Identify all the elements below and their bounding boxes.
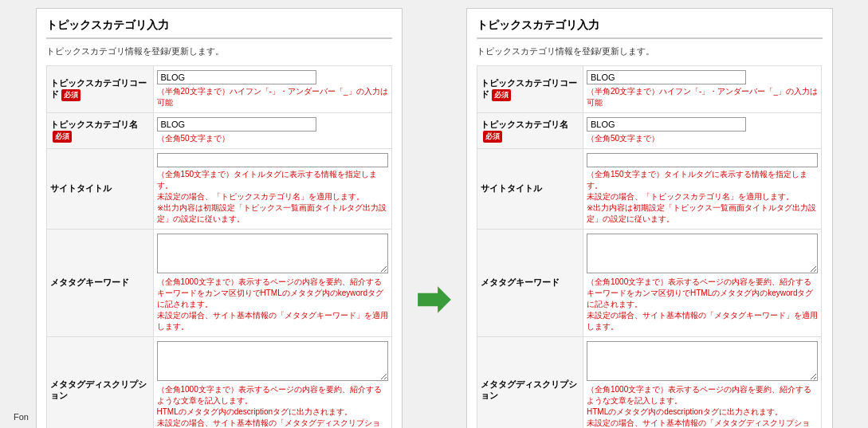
field-label-code: トピックスカテゴリコード必須	[46, 66, 153, 113]
arrow-icon	[414, 280, 454, 320]
field-label-meta-keyword-r: メタタグキーワード	[477, 230, 583, 337]
field-label-name-r: トピックスカテゴリ名必須	[477, 113, 583, 149]
svg-marker-0	[418, 286, 451, 312]
field-cell-meta-keyword-r: （全角1000文字まで）表示するページの内容を要約、紹介するキーワードをカンマ区…	[583, 230, 822, 337]
table-row: トピックスカテゴリ名必須 （全角50文字まで）	[46, 113, 391, 149]
font-label: Fon	[14, 412, 29, 422]
meta-keyword-hint-r: （全角1000文字まで）表示するページの内容を要約、紹介するキーワードをカンマ区…	[587, 277, 818, 332]
code-hint: （半角20文字まで）ハイフン「-」・アンダーバー「_」の入力は可能	[157, 86, 388, 108]
meta-desc-input-r[interactable]	[587, 341, 818, 381]
site-title-input-r[interactable]	[587, 153, 818, 167]
field-label-code-r: トピックスカテゴリコード必須	[477, 66, 583, 113]
right-panel: トピックスカテゴリ入力 トピックスカテゴリ情報を登録/更新します。 トピックスカ…	[466, 8, 833, 428]
required-badge: 必須	[53, 131, 72, 143]
field-label-meta-desc: メタタグディスクリプション	[46, 337, 153, 429]
field-cell-meta-desc: （全角1000文字まで）表示するページの内容を要約、紹介するような文章を記入しま…	[153, 337, 391, 429]
site-title-input[interactable]	[157, 153, 388, 167]
table-row: サイトタイトル （全角150文字まで）タイトルタグに表示する情報を指定します。未…	[477, 149, 822, 230]
name-hint-r: （全角50文字まで）	[587, 133, 818, 144]
code-input[interactable]	[157, 70, 316, 84]
table-row: トピックスカテゴリ名必須 （全角50文字まで）	[477, 113, 822, 149]
left-panel: トピックスカテゴリ入力 トピックスカテゴリ情報を登録/更新します。 トピックスカ…	[36, 8, 403, 428]
field-label-site-title: サイトタイトル	[46, 149, 153, 230]
code-hint-r: （半角20文字まで）ハイフン「-」・アンダーバー「_」の入力は可能	[587, 86, 818, 108]
site-title-hint-r: （全角150文字まで）タイトルタグに表示する情報を指定します。未設定の場合、「ト…	[587, 169, 818, 225]
table-row: メタタグディスクリプション （全角1000文字まで）表示するページの内容を要約、…	[46, 337, 391, 429]
table-row: メタタグキーワード （全角1000文字まで）表示するページの内容を要約、紹介する…	[46, 230, 391, 337]
meta-desc-input[interactable]	[157, 341, 388, 381]
site-title-hint: （全角150文字まで）タイトルタグに表示する情報を指定します。未設定の場合、「ト…	[157, 169, 388, 225]
meta-keyword-hint: （全角1000文字まで）表示するページの内容を要約、紹介するキーワードをカンマ区…	[157, 277, 388, 332]
name-input-r[interactable]	[587, 117, 746, 132]
required-badge: 必須	[492, 89, 511, 101]
field-cell-site-title: （全角150文字まで）タイトルタグに表示する情報を指定します。未設定の場合、「ト…	[153, 149, 391, 230]
name-input[interactable]	[157, 117, 316, 132]
name-hint: （全角50文字まで）	[157, 133, 388, 144]
table-row: サイトタイトル （全角150文字まで）タイトルタグに表示する情報を指定します。未…	[46, 149, 391, 230]
field-label-meta-keyword: メタタグキーワード	[46, 230, 153, 337]
required-badge: 必須	[61, 89, 81, 101]
meta-desc-hint-r: （全角1000文字まで）表示するページの内容を要約、紹介するような文章を記入しま…	[587, 384, 818, 428]
table-row: メタタグディスクリプション （全角1000文字まで）表示するページの内容を要約、…	[477, 337, 822, 429]
meta-keyword-input[interactable]	[157, 234, 388, 273]
required-badge: 必須	[483, 131, 502, 143]
right-panel-title: トピックスカテゴリ入力	[477, 18, 823, 39]
field-cell-code: （半角20文字まで）ハイフン「-」・アンダーバー「_」の入力は可能	[153, 66, 391, 113]
field-cell-name: （全角50文字まで）	[153, 113, 391, 149]
code-input-r[interactable]	[587, 70, 746, 84]
arrow-container	[410, 280, 458, 320]
field-cell-name-r: （全角50文字まで）	[583, 113, 822, 149]
meta-keyword-input-r[interactable]	[587, 234, 818, 273]
field-cell-meta-desc-r: （全角1000文字まで）表示するページの内容を要約、紹介するような文章を記入しま…	[583, 337, 822, 429]
field-cell-code-r: （半角20文字まで）ハイフン「-」・アンダーバー「_」の入力は可能	[583, 66, 822, 113]
right-form-table: トピックスカテゴリコード必須 （半角20文字まで）ハイフン「-」・アンダーバー「…	[477, 65, 823, 428]
field-cell-site-title-r: （全角150文字まで）タイトルタグに表示する情報を指定します。未設定の場合、「ト…	[583, 149, 822, 230]
field-label-name: トピックスカテゴリ名必須	[46, 113, 153, 149]
right-panel-subtitle: トピックスカテゴリ情報を登録/更新します。	[477, 45, 823, 57]
table-row: トピックスカテゴリコード必須 （半角20文字まで）ハイフン「-」・アンダーバー「…	[46, 66, 391, 113]
field-cell-meta-keyword: （全角1000文字まで）表示するページの内容を要約、紹介するキーワードをカンマ区…	[153, 230, 391, 337]
table-row: メタタグキーワード （全角1000文字まで）表示するページの内容を要約、紹介する…	[477, 230, 822, 337]
table-row: トピックスカテゴリコード必須 （半角20文字まで）ハイフン「-」・アンダーバー「…	[477, 66, 822, 113]
left-panel-subtitle: トピックスカテゴリ情報を登録/更新します。	[46, 45, 392, 57]
field-label-site-title-r: サイトタイトル	[477, 149, 583, 230]
left-form-table: トピックスカテゴリコード必須 （半角20文字まで）ハイフン「-」・アンダーバー「…	[46, 65, 392, 428]
meta-desc-hint: （全角1000文字まで）表示するページの内容を要約、紹介するような文章を記入しま…	[157, 384, 388, 428]
left-panel-title: トピックスカテゴリ入力	[46, 18, 392, 39]
field-label-meta-desc-r: メタタグディスクリプション	[477, 337, 583, 429]
